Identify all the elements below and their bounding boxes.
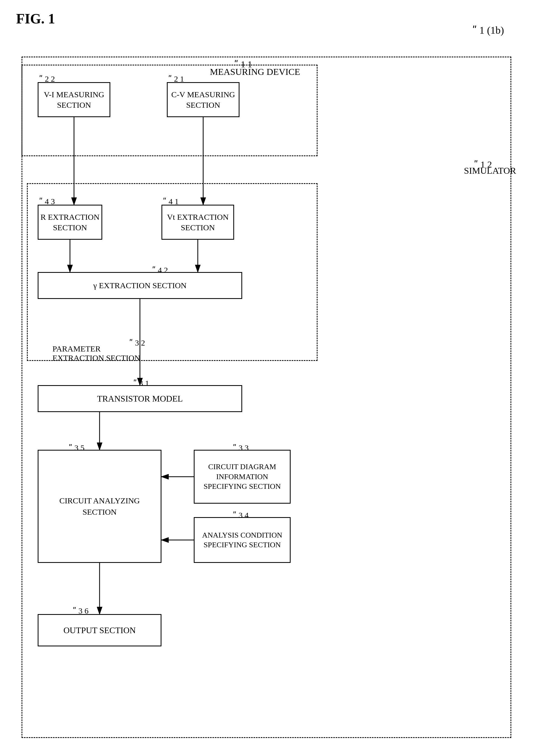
r-extraction-section: R EXTRACTION SECTION bbox=[38, 205, 102, 240]
circuit-analyzing-section: CIRCUIT ANALYZING SECTION bbox=[38, 450, 161, 563]
circuit-analyzing-label: CIRCUIT ANALYZING SECTION bbox=[59, 495, 140, 518]
ref-12: ʺ 1 2 bbox=[474, 159, 492, 170]
transistor-model-label: TRANSISTOR MODEL bbox=[97, 394, 183, 404]
figure-label: FIG. 1 bbox=[16, 11, 55, 27]
gamma-extraction-label: γ EXTRACTION SECTION bbox=[93, 281, 187, 290]
circuit-diagram-label: CIRCUIT DIAGRAM INFORMATION SPECIFYING S… bbox=[203, 462, 281, 491]
analysis-condition-label: ANALYSIS CONDITION SPECIFYING SECTION bbox=[202, 530, 282, 550]
analysis-condition-section: ANALYSIS CONDITION SPECIFYING SECTION bbox=[194, 517, 291, 563]
param-extract-label: PARAMETER EXTRACTION SECTION bbox=[52, 344, 140, 362]
vi-section-label: V-I MEASURING SECTION bbox=[44, 89, 105, 110]
cv-section-label: C-V MEASURING SECTION bbox=[171, 89, 235, 110]
measuring-device-label: MEASURING DEVICE bbox=[210, 67, 300, 77]
ref-32: ʺ 3 2 bbox=[129, 338, 145, 347]
output-section-label: OUTPUT SECTION bbox=[63, 625, 136, 635]
r-extraction-label: R EXTRACTION SECTION bbox=[40, 212, 99, 233]
transistor-model: TRANSISTOR MODEL bbox=[38, 385, 242, 412]
output-section: OUTPUT SECTION bbox=[38, 614, 161, 646]
gamma-extraction-section: γ EXTRACTION SECTION bbox=[38, 272, 242, 299]
vi-measuring-section: V-I MEASURING SECTION bbox=[38, 82, 110, 117]
cv-measuring-section: C-V MEASURING SECTION bbox=[167, 82, 240, 117]
vt-extraction-section: Vt EXTRACTION SECTION bbox=[161, 205, 234, 240]
vt-extraction-label: Vt EXTRACTION SECTION bbox=[167, 212, 228, 233]
ref-1b-label: ʺ 1 (1b) bbox=[472, 24, 504, 36]
circuit-diagram-section: CIRCUIT DIAGRAM INFORMATION SPECIFYING S… bbox=[194, 450, 291, 504]
